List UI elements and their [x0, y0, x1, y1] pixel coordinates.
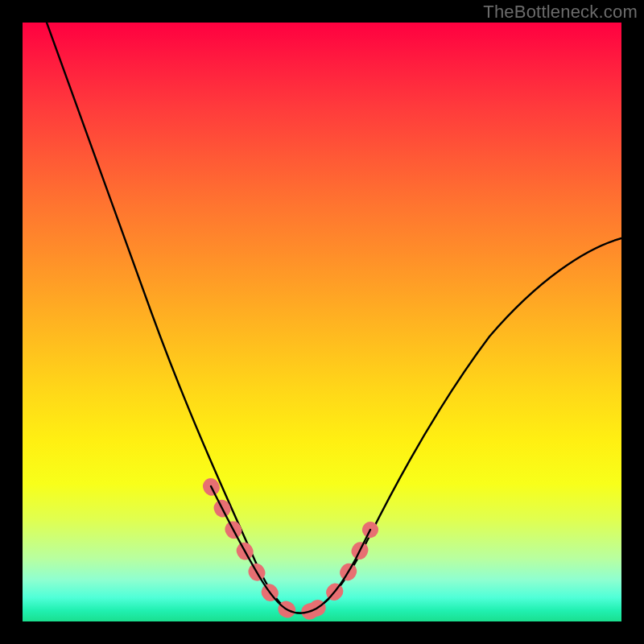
watermark-text: TheBottleneck.com	[483, 2, 638, 23]
plot-area	[23, 23, 621, 621]
curve-layer	[23, 23, 621, 621]
curve-highlight-right	[316, 530, 370, 609]
bottleneck-curve	[47, 23, 621, 613]
chart-frame: TheBottleneck.com	[0, 0, 644, 644]
bottleneck-curve-overlay	[211, 486, 370, 613]
curve-highlight-left	[211, 486, 316, 613]
